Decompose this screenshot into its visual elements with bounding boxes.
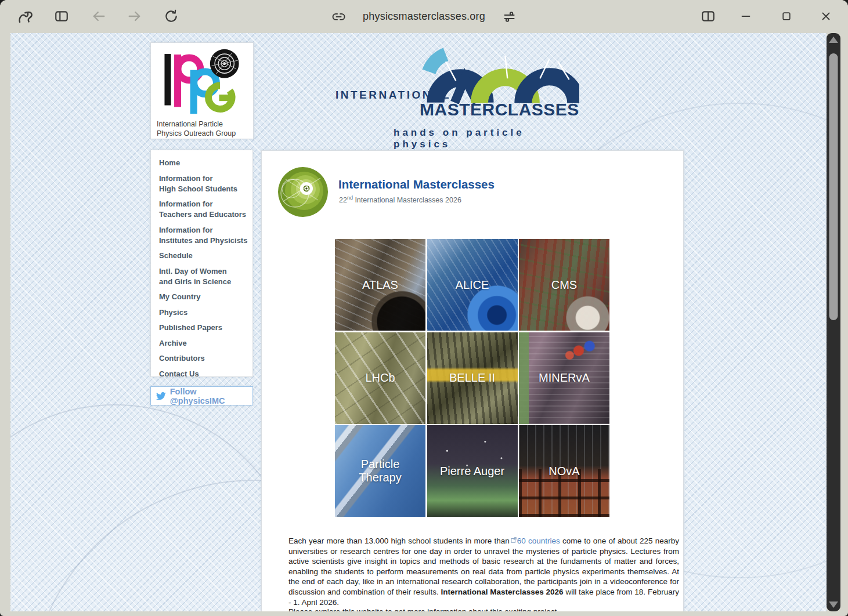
ippog-caption: International Particle Physics Outreach … [157, 119, 247, 138]
sidebar-toggle-icon[interactable] [51, 6, 72, 27]
back-button[interactable] [88, 6, 109, 27]
sidebar-item-info-teachers[interactable]: Information forTeachers and Educators [159, 199, 252, 220]
tile-belle-ii[interactable]: BELLE II [427, 332, 518, 424]
tile-alice[interactable]: ALICE [427, 239, 518, 331]
countries-link[interactable]: 60 countries [517, 537, 560, 545]
intro-paragraph: Each year more than 13.000 high school s… [288, 535, 679, 607]
link-icon [328, 6, 349, 27]
tile-cms[interactable]: CMS [519, 239, 609, 331]
twitter-follow-label: Follow @physicsIMC [170, 387, 252, 405]
sidebar-item-archive[interactable]: Archive [159, 338, 252, 349]
sidebar-item-intl-day[interactable]: Intl. Day of Womenand Girls in Science [159, 266, 252, 287]
header-masterclasses-text: MASTERCLASSES [420, 100, 579, 119]
scroll-down-arrow-icon[interactable] [829, 601, 838, 608]
sidebar-item-published-papers[interactable]: Published Papers [159, 323, 252, 333]
minimize-button[interactable] [735, 6, 756, 27]
tile-particle-therapy[interactable]: Particle Therapy [335, 425, 425, 517]
sidebar-item-info-institutes[interactable]: Information forInstitutes and Physicists [159, 225, 252, 246]
tile-minerva[interactable]: MINERvA [519, 332, 609, 424]
url-bar[interactable]: physicsmasterclasses.org [363, 10, 485, 23]
main-content-card: International Masterclasses 22nd Interna… [261, 150, 684, 611]
masterclasses-round-logo [277, 166, 329, 218]
twitter-bird-icon [156, 392, 166, 400]
forward-button[interactable] [124, 6, 145, 27]
experiment-tile-grid: ATLAS ALICE CMS LHCb BELLE II MINERvA Pa… [335, 239, 609, 517]
external-link-icon [511, 535, 517, 546]
sidebar-item-contact-us[interactable]: Contact Us [159, 369, 252, 379]
sidebar-item-contributors[interactable]: Contributors [159, 353, 252, 364]
browser-toolbar: physicsmasterclasses.org [0, 0, 848, 33]
scroll-up-arrow-icon[interactable] [829, 37, 838, 43]
scrollbar[interactable] [827, 33, 840, 611]
tile-pierre-auger[interactable]: Pierre Auger [427, 425, 518, 517]
reload-button[interactable] [161, 6, 182, 27]
sidebar-item-physics[interactable]: Physics [159, 307, 252, 318]
webpage: International Particle Physics Outreach … [10, 33, 827, 611]
tune-settings-icon[interactable] [499, 6, 520, 27]
scrollbar-thumb[interactable] [829, 53, 838, 320]
tile-nova[interactable]: NOvA [519, 425, 609, 517]
ippog-logo [157, 48, 247, 116]
page-title: International Masterclasses [338, 177, 495, 191]
page-viewport: International Particle Physics Outreach … [10, 33, 840, 611]
tile-lhcb[interactable]: LHCb [335, 332, 425, 424]
twitter-follow-button[interactable]: Follow @physicsIMC [150, 386, 253, 405]
close-button[interactable] [815, 6, 836, 27]
sidebar-item-my-country[interactable]: My Country [159, 292, 252, 302]
browser-logo-icon[interactable] [15, 6, 36, 27]
page-subtitle: 22nd International Masterclasses 2026 [339, 195, 461, 204]
sidebar-item-home[interactable]: Home [159, 158, 252, 168]
masterclasses-header-logo: INTERNATIONAL MASTERCLASSES hands on par… [313, 44, 580, 142]
sidebar-navigation: Home Information forHigh School Students… [150, 150, 253, 377]
tile-atlas[interactable]: ATLAS [335, 239, 425, 331]
browser-window: physicsmasterclasses.org [0, 0, 848, 616]
clipped-text-line: Please explore this website to get more … [288, 607, 679, 611]
split-view-icon[interactable] [698, 6, 719, 27]
maximize-button[interactable] [776, 6, 797, 27]
sidebar-item-schedule[interactable]: Schedule [159, 251, 252, 261]
header-tagline: hands on particle physics [394, 127, 580, 150]
sidebar-item-info-students[interactable]: Information forHigh School Students [159, 173, 252, 194]
ippog-logo-card[interactable]: International Particle Physics Outreach … [150, 42, 254, 139]
